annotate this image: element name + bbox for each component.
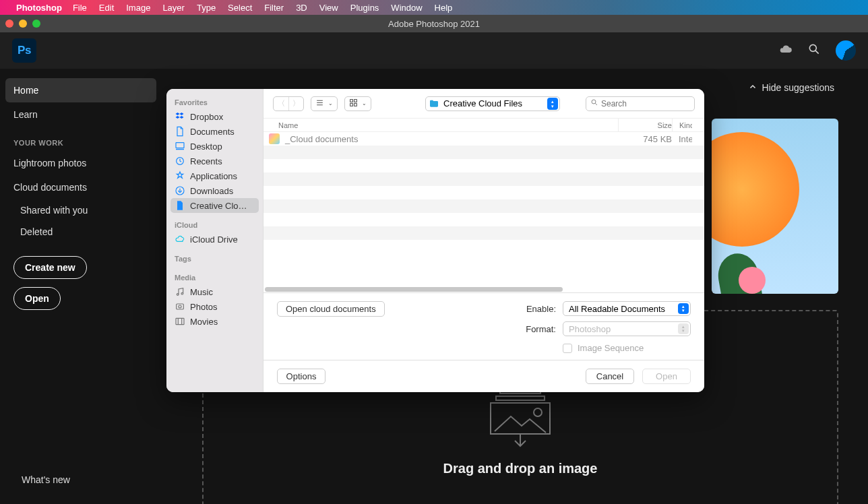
chevron-down-icon: ⌄: [328, 100, 333, 106]
image-drop-icon: [487, 387, 554, 447]
path-dropdown[interactable]: Creative Cloud Files ▴▾: [425, 96, 560, 111]
menu-plugins[interactable]: Plugins: [350, 3, 379, 13]
updown-chevron-icon: ▴▾: [678, 303, 689, 314]
menu-edit[interactable]: Edit: [99, 3, 114, 13]
hero-banner[interactable]: [712, 119, 838, 294]
menu-window[interactable]: Window: [391, 3, 422, 13]
col-name[interactable]: Name: [278, 121, 618, 129]
sidebar-item-shared[interactable]: Shared with you: [0, 199, 162, 221]
enable-select[interactable]: All Readable Documents ▴▾: [563, 301, 691, 316]
menu-filter[interactable]: Filter: [264, 3, 284, 13]
nav-back-forward: 〈 〉: [273, 96, 304, 111]
menu-3d[interactable]: 3D: [296, 3, 307, 13]
icloud-drive-label: iCloud Drive: [190, 234, 238, 245]
col-size[interactable]: Size: [618, 119, 672, 131]
menu-view[interactable]: View: [319, 3, 338, 13]
favorite-dropbox[interactable]: Dropbox: [170, 109, 259, 124]
app-header: Ps: [0, 32, 868, 69]
sidebar-section-favorites: Favorites: [170, 96, 259, 109]
dialog-sidebar: Favorites Dropbox Documents Desktop Rece…: [166, 89, 264, 392]
favorite-creative-cloud-files[interactable]: Creative Clo…: [170, 198, 259, 213]
file-list-header[interactable]: Name Size Kind: [264, 119, 704, 132]
file-row-empty: [264, 172, 704, 186]
search-input[interactable]: [601, 99, 702, 108]
dialog-options-bar: Open cloud documents Enable: All Readabl…: [264, 292, 704, 360]
favorite-downloads[interactable]: Downloads: [170, 183, 259, 198]
media-movies[interactable]: Movies: [170, 314, 259, 329]
menu-layer[interactable]: Layer: [162, 3, 185, 13]
scrollbar-thumb[interactable]: [265, 287, 563, 292]
sidebar-item-lightroom[interactable]: Lightroom photos: [0, 151, 162, 175]
svg-point-11: [177, 294, 179, 296]
svg-rect-21: [350, 99, 353, 102]
sidebar-item-home[interactable]: Home: [5, 78, 156, 102]
format-label: Format:: [526, 324, 556, 334]
col-kind[interactable]: Kind: [672, 119, 692, 131]
nav-back-button[interactable]: 〈: [274, 97, 288, 111]
icloud-drive[interactable]: iCloud Drive: [170, 232, 259, 247]
folder-icon: [429, 98, 439, 109]
music-icon: [175, 286, 185, 297]
view-mode-list-button[interactable]: ⌄: [311, 96, 338, 111]
open-button[interactable]: Open: [13, 287, 61, 310]
cancel-button[interactable]: Cancel: [586, 369, 634, 384]
traffic-lights: [5, 20, 40, 28]
menu-image[interactable]: Image: [126, 3, 150, 13]
svg-line-26: [595, 103, 597, 105]
dialog-main: 〈 〉 ⌄ ⌄ Creative Cloud Files ▴▾: [264, 89, 704, 392]
file-row[interactable]: _Cloud documents 745 KB Inte: [264, 132, 704, 146]
svg-line-1: [815, 51, 819, 54]
menu-help[interactable]: Help: [435, 3, 453, 13]
media-music[interactable]: Music: [170, 284, 259, 299]
window-zoom-button[interactable]: [32, 20, 40, 28]
search-icon[interactable]: [807, 42, 821, 59]
window-minimize-button[interactable]: [19, 20, 27, 28]
nav-forward-button[interactable]: 〉: [288, 97, 303, 111]
sidebar-heading-your-work: YOUR WORK: [0, 127, 162, 151]
cloud-sync-icon[interactable]: [779, 42, 793, 59]
file-size: 745 KB: [618, 134, 672, 144]
open-file-dialog: Favorites Dropbox Documents Desktop Rece…: [166, 89, 704, 392]
favorite-documents[interactable]: Documents: [170, 124, 259, 139]
favorite-label: Applications: [190, 171, 237, 181]
user-avatar[interactable]: [836, 40, 856, 61]
movies-icon: [175, 316, 185, 327]
create-new-button[interactable]: Create new: [13, 256, 87, 279]
hero-sun-graphic: [712, 132, 799, 247]
favorite-recents[interactable]: Recents: [170, 154, 259, 168]
menu-select[interactable]: Select: [228, 3, 252, 13]
favorite-applications[interactable]: Applications: [170, 168, 259, 183]
favorite-label: Recents: [190, 156, 222, 166]
macos-menubar: Photoshop File Edit Image Layer Type Sel…: [0, 0, 868, 15]
sidebar-item-deleted[interactable]: Deleted: [0, 221, 162, 243]
dialog-search[interactable]: [586, 96, 695, 111]
file-list[interactable]: _Cloud documents 745 KB Inte: [264, 132, 704, 292]
favorite-desktop[interactable]: Desktop: [170, 139, 259, 154]
downloads-icon: [175, 185, 185, 196]
image-sequence-row: Image Sequence: [563, 343, 691, 353]
sidebar-item-cloud-documents[interactable]: Cloud documents: [0, 175, 162, 199]
media-photos[interactable]: Photos: [170, 299, 259, 314]
options-button[interactable]: Options: [277, 369, 326, 384]
sidebar-section-tags: Tags: [170, 252, 259, 265]
open-cloud-documents-button[interactable]: Open cloud documents: [277, 301, 385, 317]
window-titlebar: Adobe Photoshop 2021: [0, 15, 868, 32]
favorite-label: Creative Clo…: [190, 201, 247, 211]
sidebar-item-learn[interactable]: Learn: [0, 102, 162, 127]
hide-suggestions-button[interactable]: Hide suggestions: [749, 82, 834, 93]
svg-point-12: [181, 292, 183, 294]
menu-type[interactable]: Type: [197, 3, 216, 13]
menu-file[interactable]: File: [73, 3, 87, 13]
media-label: Music: [190, 287, 213, 297]
menubar-app-name[interactable]: Photoshop: [16, 3, 62, 13]
group-by-button[interactable]: ⌄: [344, 96, 371, 111]
search-icon: [590, 98, 598, 108]
horizontal-scrollbar[interactable]: [265, 287, 703, 292]
window-close-button[interactable]: [5, 20, 13, 28]
sidebar-section-media: Media: [170, 271, 259, 284]
window-title: Adobe Photoshop 2021: [388, 19, 480, 29]
file-icon: [175, 200, 185, 211]
photoshop-logo-icon[interactable]: Ps: [12, 38, 36, 63]
file-row-empty: [264, 199, 704, 213]
sidebar-item-whats-new[interactable]: What's new: [22, 474, 70, 485]
